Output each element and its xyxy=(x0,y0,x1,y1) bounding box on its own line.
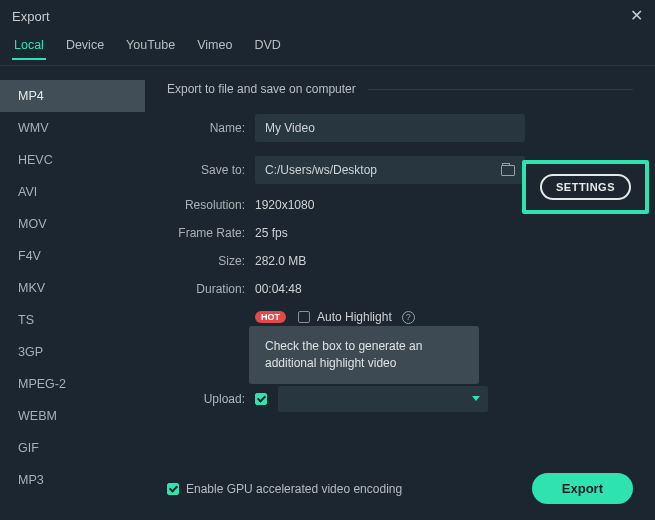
window-title: Export xyxy=(12,9,50,24)
body: MP4 WMV HEVC AVI MOV F4V MKV TS 3GP MPEG… xyxy=(0,66,655,520)
upload-select[interactable] xyxy=(278,386,488,412)
format-webm[interactable]: WEBM xyxy=(0,400,145,432)
export-window: Export ✕ Local Device YouTube Vimeo DVD … xyxy=(0,0,655,520)
format-mov[interactable]: MOV xyxy=(0,208,145,240)
name-value: My Video xyxy=(265,121,315,135)
tab-local[interactable]: Local xyxy=(12,32,46,60)
hot-badge: HOT xyxy=(255,311,286,323)
duration-row: Duration: 00:04:48 xyxy=(167,282,633,296)
format-mp4[interactable]: MP4 xyxy=(0,80,145,112)
tab-youtube[interactable]: YouTube xyxy=(124,32,177,59)
tab-vimeo[interactable]: Vimeo xyxy=(195,32,234,59)
saveto-value: C:/Users/ws/Desktop xyxy=(265,163,377,177)
framerate-label: Frame Rate: xyxy=(167,226,255,240)
gpu-row: Enable GPU accelerated video encoding xyxy=(167,482,402,496)
section-heading: Export to file and save on computer xyxy=(167,82,633,96)
framerate-row: Frame Rate: 25 fps xyxy=(167,226,633,240)
upload-label: Upload: xyxy=(167,392,255,406)
format-mp3[interactable]: MP3 xyxy=(0,464,145,496)
auto-highlight-row: HOT Auto Highlight ? xyxy=(167,310,633,324)
duration-label: Duration: xyxy=(167,282,255,296)
auto-highlight-tooltip: Check the box to generate an additional … xyxy=(249,326,479,384)
format-ts[interactable]: TS xyxy=(0,304,145,336)
format-mpeg2[interactable]: MPEG-2 xyxy=(0,368,145,400)
tab-dvd[interactable]: DVD xyxy=(252,32,282,59)
saveto-label: Save to: xyxy=(167,163,255,177)
settings-button[interactable]: SETTINGS xyxy=(540,174,631,200)
format-mkv[interactable]: MKV xyxy=(0,272,145,304)
section-heading-label: Export to file and save on computer xyxy=(167,82,356,96)
export-button[interactable]: Export xyxy=(532,473,633,504)
content-area: Export to file and save on computer Name… xyxy=(145,66,655,520)
auto-highlight-label: Auto Highlight xyxy=(317,310,392,324)
name-input[interactable]: My Video xyxy=(255,114,525,142)
titlebar: Export ✕ xyxy=(0,0,655,32)
tab-device[interactable]: Device xyxy=(64,32,106,59)
gpu-label: Enable GPU accelerated video encoding xyxy=(186,482,402,496)
auto-highlight-checkbox[interactable] xyxy=(298,311,310,323)
format-avi[interactable]: AVI xyxy=(0,176,145,208)
settings-highlight: SETTINGS xyxy=(522,160,649,214)
duration-value: 00:04:48 xyxy=(255,282,633,296)
framerate-value: 25 fps xyxy=(255,226,633,240)
size-value: 282.0 MB xyxy=(255,254,633,268)
size-row: Size: 282.0 MB xyxy=(167,254,633,268)
divider xyxy=(368,89,633,90)
format-sidebar: MP4 WMV HEVC AVI MOV F4V MKV TS 3GP MPEG… xyxy=(0,66,145,520)
format-f4v[interactable]: F4V xyxy=(0,240,145,272)
format-3gp[interactable]: 3GP xyxy=(0,336,145,368)
export-tabs: Local Device YouTube Vimeo DVD xyxy=(0,32,655,66)
name-label: Name: xyxy=(167,121,255,135)
saveto-input[interactable]: C:/Users/ws/Desktop xyxy=(255,156,525,184)
footer: Enable GPU accelerated video encoding Ex… xyxy=(167,465,633,510)
name-row: Name: My Video xyxy=(167,114,633,142)
upload-checkbox[interactable] xyxy=(255,393,267,405)
format-hevc[interactable]: HEVC xyxy=(0,144,145,176)
folder-icon[interactable] xyxy=(501,165,515,176)
upload-row: Upload: xyxy=(167,386,633,412)
format-wmv[interactable]: WMV xyxy=(0,112,145,144)
close-icon[interactable]: ✕ xyxy=(630,8,643,24)
format-gif[interactable]: GIF xyxy=(0,432,145,464)
resolution-label: Resolution: xyxy=(167,198,255,212)
size-label: Size: xyxy=(167,254,255,268)
help-icon[interactable]: ? xyxy=(402,311,415,324)
gpu-checkbox[interactable] xyxy=(167,483,179,495)
